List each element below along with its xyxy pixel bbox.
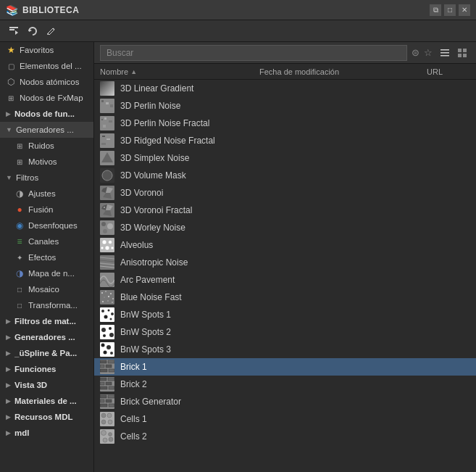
import-btn[interactable] (6, 23, 22, 39)
sidebar-item-recursos-mdl[interactable]: ▶ Recursos MDL (0, 409, 93, 425)
sidebar-item-mapa-n[interactable]: ◑ Mapa de n... (0, 265, 93, 281)
svg-rect-101 (106, 399, 112, 402)
sidebar-item-canales[interactable]: ≡ Canales (0, 233, 93, 249)
list-item[interactable]: 3D Voronoi Fractal (94, 202, 476, 219)
list-item-cells-1[interactable]: Cells 1 (94, 410, 476, 428)
list-item-brick-2[interactable]: Brick 2 (94, 376, 476, 393)
list-item[interactable]: Anisotropic Noise (94, 254, 476, 271)
sidebar-item-filtros-mat[interactable]: ▶ Filtros de mat... (0, 313, 93, 329)
list-item[interactable]: 3D Perlin Noise (94, 97, 476, 115)
sidebar-item-motivos[interactable]: ⊞ Motivos (0, 154, 93, 170)
maximize-btn[interactable]: □ (444, 4, 456, 16)
sidebar-item-desenfoques[interactable]: ◉ Desenfoques (0, 218, 93, 233)
star-filter-btn[interactable]: ☆ (424, 47, 433, 58)
mapa-icon: ◑ (14, 268, 25, 278)
sidebar-item-efectos[interactable]: ✦ Efectos (0, 249, 93, 265)
sidebar-item-mosaico[interactable]: □ Mosaico (0, 281, 93, 297)
svg-point-47 (109, 241, 112, 244)
list-item[interactable]: BnW Spots 1 (94, 306, 476, 323)
sidebar-label-recursos-mdl: Recursos MDL (14, 413, 73, 421)
grid-icon: ⊞ (6, 94, 16, 102)
filter-btn[interactable]: ⊜ (412, 47, 419, 58)
item-thumb-arc-pavement (100, 273, 114, 287)
sidebar-item-materiales[interactable]: ▶ Materiales de ... (0, 393, 93, 409)
items-list: 3D Linear Gradient 3D Perlin Noise 3D Pe… (94, 80, 476, 472)
restore-btn[interactable]: ⧉ (430, 4, 441, 16)
svg-point-79 (101, 344, 105, 347)
edit-btn[interactable] (43, 23, 59, 39)
sidebar-label-elementos: Elementos del ... (20, 62, 82, 70)
list-item[interactable]: 3D Volume Mask (94, 167, 476, 184)
list-item[interactable]: Arc Pavement (94, 271, 476, 289)
svg-point-111 (109, 433, 112, 436)
sidebar-item-favoritos[interactable]: ★ Favoritos (0, 42, 93, 58)
list-item[interactable]: BnW Spots 3 (94, 341, 476, 358)
svg-point-69 (108, 310, 110, 312)
svg-point-58 (101, 292, 103, 294)
list-item[interactable]: 3D Ridged Noise Fractal (94, 132, 476, 149)
refresh-btn[interactable] (25, 23, 41, 39)
item-name-bnw-spots-2: BnW Spots 2 (120, 327, 171, 337)
item-name-3d-voronoi: 3D Voronoi (120, 188, 163, 198)
item-name-bnw-spots-1: BnW Spots 1 (120, 310, 171, 320)
list-item-brick-1[interactable]: Brick 1 (94, 358, 476, 376)
sidebar-label-generadores: Generadores ... (16, 125, 74, 134)
chevron-down-icon-filtros: ▼ (6, 174, 12, 181)
sidebar-item-nodos-atomicos[interactable]: ⬡ Nodos atómicos (0, 74, 93, 90)
list-item-brick-generator[interactable]: Brick Generator (94, 393, 476, 410)
svg-point-43 (107, 223, 113, 229)
grid-view-icon (457, 48, 467, 58)
svg-rect-7 (440, 52, 449, 54)
sidebar-item-fusion[interactable]: ● Fusión (0, 202, 93, 218)
list-item[interactable]: 3D Simplex Noise (94, 149, 476, 167)
svg-rect-22 (103, 125, 106, 128)
sidebar-item-filtros[interactable]: ▼ Filtros (0, 170, 93, 186)
item-name-anisotropic-noise: Anisotropic Noise (120, 257, 188, 268)
sidebar-item-nodos-fxmap[interactable]: ⊞ Nodos de FxMap (0, 90, 93, 106)
svg-point-48 (105, 246, 109, 250)
grid-view-btn[interactable] (454, 45, 470, 61)
item-thumb-3d-worley-noise (100, 220, 114, 235)
list-item[interactable]: 3D Voronoi (94, 184, 476, 202)
item-name-3d-linear-gradient: 3D Linear Gradient (120, 83, 193, 94)
sidebar-item-generadores[interactable]: ▼ Generadores ... (0, 122, 93, 138)
col-date-header[interactable]: Fecha de modificación (259, 67, 427, 76)
sidebar-item-mdl[interactable]: ▶ mdl (0, 425, 93, 441)
item-thumb-bnw-spots-1 (100, 307, 114, 322)
sidebar-item-uspline[interactable]: ▶ _üSpline & Pa... (0, 345, 93, 361)
sidebar-item-funciones[interactable]: ▶ Funciones (0, 361, 93, 377)
list-item[interactable]: Blue Noise Fast (94, 289, 476, 306)
sidebar-item-ruidos[interactable]: ⊞ Ruidos (0, 138, 93, 154)
sidebar-label-efectos: Efectos (28, 253, 56, 262)
list-item[interactable]: BnW Spots 2 (94, 323, 476, 341)
sidebar-item-transforma[interactable]: □ Transforma... (0, 297, 93, 313)
svg-rect-18 (100, 116, 114, 131)
sidebar-item-ajustes[interactable]: ◑ Ajustes (0, 186, 93, 202)
list-item[interactable]: 3D Linear Gradient (94, 80, 476, 97)
svg-rect-98 (100, 395, 107, 398)
sidebar-label-nodos-fxmap: Nodos de FxMap (20, 94, 83, 102)
svg-point-81 (104, 351, 107, 355)
chevron-down-icon-generadores: ▼ (6, 126, 12, 133)
col-name-header[interactable]: Nombre ▲ (100, 67, 259, 76)
item-name-3d-volume-mask: 3D Volume Mask (120, 170, 186, 181)
sidebar-item-nodos-fun[interactable]: ▶ Nodos de fun... (0, 106, 93, 122)
list-item-cells-2[interactable]: Cells 2 (94, 428, 476, 445)
svg-point-75 (109, 327, 112, 330)
svg-point-113 (109, 437, 113, 442)
sidebar-item-vista3d[interactable]: ▶ Vista 3D (0, 377, 93, 393)
svg-point-110 (101, 431, 107, 436)
search-input[interactable] (100, 45, 407, 61)
svg-point-62 (108, 296, 109, 297)
item-name-alveolus: Alveolus (120, 240, 153, 250)
list-item[interactable]: 3D Perlin Noise Fractal (94, 115, 476, 132)
sidebar-item-elementos[interactable]: ▢ Elementos del ... (0, 58, 93, 74)
list-item[interactable]: 3D Worley Noise (94, 219, 476, 236)
svg-rect-91 (100, 378, 107, 381)
list-view-btn[interactable] (437, 45, 453, 61)
list-item[interactable]: Alveolus (94, 236, 476, 254)
content-area: ⊜ ☆ (94, 42, 476, 472)
close-btn[interactable]: ✕ (459, 4, 470, 16)
sidebar-item-generadores2[interactable]: ▶ Generadores ... (0, 329, 93, 345)
title-bar-left: 📚 BIBLIOTECA (6, 4, 79, 16)
